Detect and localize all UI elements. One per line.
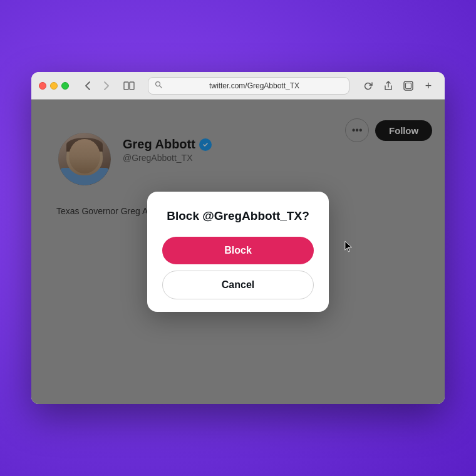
svg-line-3 [160, 86, 162, 88]
mouse-cursor [344, 241, 353, 253]
reload-button[interactable] [360, 77, 377, 95]
nav-buttons [79, 77, 115, 95]
cancel-button[interactable]: Cancel [162, 271, 314, 299]
search-icon [155, 81, 162, 90]
block-modal: Block @GregAbbott_TX? Block Cancel [147, 192, 329, 312]
close-window-button[interactable] [39, 82, 46, 90]
toolbar-right: + [360, 77, 437, 95]
browser-content: Greg Abbott @GregAbbott_TX Texas Governo… [31, 100, 445, 404]
share-button[interactable] [380, 77, 397, 95]
tabs-button[interactable] [400, 77, 417, 95]
block-confirm-button[interactable]: Block [162, 237, 314, 264]
browser-window: twitter.com/GregAbbott_TX [31, 72, 445, 404]
svg-rect-5 [406, 83, 411, 88]
maximize-window-button[interactable] [61, 82, 69, 90]
reader-mode-button[interactable] [120, 77, 138, 95]
cancel-label: Cancel [222, 279, 254, 290]
address-bar-text: twitter.com/GregAbbott_TX [166, 81, 343, 90]
modal-overlay: Block @GregAbbott_TX? Block Cancel [31, 100, 445, 404]
minimize-window-button[interactable] [50, 82, 58, 90]
svg-rect-0 [124, 82, 128, 90]
back-button[interactable] [79, 77, 96, 95]
forward-button[interactable] [98, 77, 115, 95]
browser-titlebar: twitter.com/GregAbbott_TX [31, 72, 445, 100]
modal-title: Block @GregAbbott_TX? [162, 209, 314, 223]
block-label: Block [224, 245, 252, 256]
traffic-lights [39, 82, 69, 90]
new-tab-button[interactable]: + [420, 77, 437, 95]
svg-rect-1 [130, 82, 134, 90]
address-bar[interactable]: twitter.com/GregAbbott_TX [148, 77, 349, 95]
